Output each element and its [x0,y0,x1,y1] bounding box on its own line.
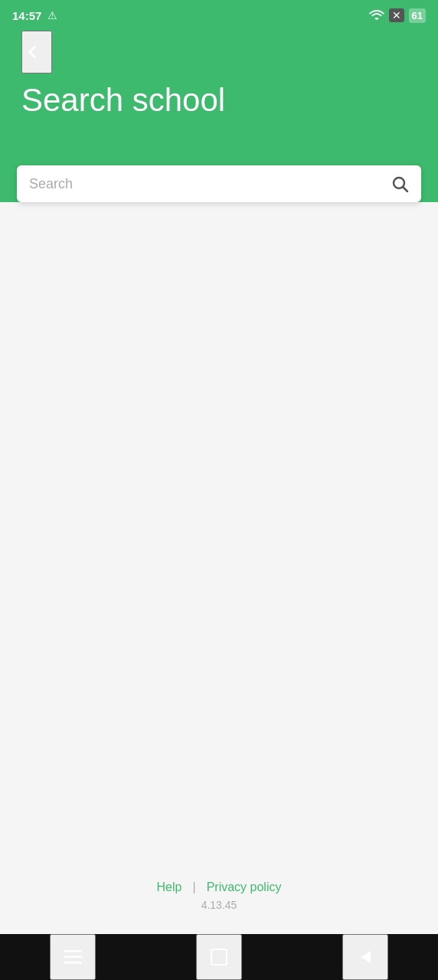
nav-back-button[interactable] [342,934,388,980]
svg-rect-3 [64,956,82,959]
svg-marker-6 [361,951,371,963]
search-bar [17,165,421,202]
header-area: Search school [0,31,438,165]
svg-rect-5 [211,949,227,965]
search-input[interactable] [29,176,391,192]
page-title: Search school [21,81,417,119]
back-button[interactable] [21,31,52,74]
search-button[interactable] [391,175,409,193]
content-area: Help | Privacy policy 4.13.45 [0,202,438,934]
status-bar: 14:57 ⚠ ✕ 61 [0,0,438,31]
status-time: 14:57 [12,9,41,22]
svg-line-1 [404,188,408,192]
nav-menu-button[interactable] [50,934,96,980]
svg-rect-4 [64,962,82,964]
battery-icon: 61 [409,8,426,23]
privacy-policy-link[interactable]: Privacy policy [207,880,282,894]
footer-divider: | [192,880,195,894]
bottom-nav-bar [0,934,438,980]
wifi-icon [369,9,384,22]
help-link[interactable]: Help [157,880,182,894]
x-status-icon: ✕ [389,8,404,22]
warning-icon: ⚠ [47,9,57,21]
svg-rect-2 [64,950,82,952]
version-text: 4.13.45 [201,899,237,911]
search-container-wrapper [0,165,438,202]
nav-home-button[interactable] [196,934,242,980]
footer-links: Help | Privacy policy [157,880,282,894]
status-icons: ✕ 61 [369,8,426,23]
